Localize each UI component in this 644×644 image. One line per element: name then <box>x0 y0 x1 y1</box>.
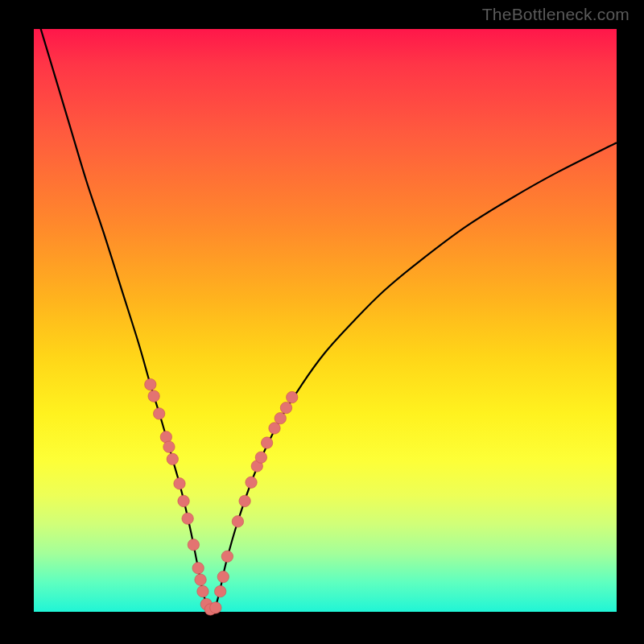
data-point <box>195 574 206 585</box>
watermark-text: TheBottleneck.com <box>482 5 630 24</box>
data-point <box>153 408 164 419</box>
data-point <box>280 402 291 413</box>
data-point <box>163 441 175 452</box>
data-point <box>188 539 199 551</box>
data-point <box>182 513 193 524</box>
data-point <box>197 585 208 597</box>
chart-frame: TheBottleneck.com <box>0 0 644 644</box>
data-point <box>217 571 229 582</box>
data-point <box>192 563 204 574</box>
data-point <box>287 391 298 402</box>
data-point <box>145 378 156 390</box>
scatter-dots <box>145 378 298 615</box>
data-point <box>269 423 280 434</box>
data-point <box>221 551 233 562</box>
data-point <box>148 390 159 402</box>
data-point <box>239 495 250 506</box>
data-point <box>275 412 286 423</box>
data-point <box>167 453 178 464</box>
plot-area <box>34 29 617 612</box>
data-point <box>255 452 266 463</box>
data-point <box>261 437 272 448</box>
data-point <box>210 602 221 613</box>
data-point <box>214 585 225 597</box>
data-point <box>178 495 189 506</box>
bottleneck-chart <box>34 29 617 612</box>
data-point <box>246 477 257 488</box>
data-point <box>174 478 185 489</box>
data-point <box>232 516 243 527</box>
bottleneck-curve <box>34 6 617 612</box>
